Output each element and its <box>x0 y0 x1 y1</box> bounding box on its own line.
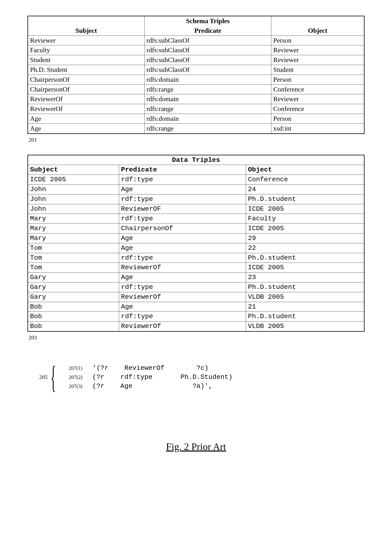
table-row: ChairpersonOfrdfs:domainPerson <box>28 75 364 85</box>
table-cell: John <box>28 184 119 194</box>
table-header-row: Subject Predicate Object <box>28 26 364 36</box>
table-cell: Mary <box>28 224 119 234</box>
col-object: Object <box>271 26 364 36</box>
table-cell: Age <box>119 302 246 312</box>
table-cell: ReviewerOf <box>119 292 246 302</box>
table-row: Maryrdf:typeFaculty <box>28 214 364 224</box>
col-predicate: Predicate <box>145 26 271 36</box>
table-row: Studentrdfs:subClassOfReviewer <box>28 55 364 65</box>
table-row: MaryAge29 <box>28 233 364 243</box>
table-cell: rdfs:subClassOf <box>145 55 271 65</box>
schema-ref-number: 201 <box>29 137 364 143</box>
table-row: Facultyrdfs:subClassOfReviewer <box>28 45 364 55</box>
table-row: JohnReviewerOFICDE 2005 <box>28 204 364 214</box>
table-cell: Ph.D.student <box>246 312 364 321</box>
data-triples-section: Data Triples Subject Predicate Object IC… <box>28 155 364 341</box>
table-cell: Gary <box>28 273 119 282</box>
col-object: Object <box>246 165 364 175</box>
table-cell: Age <box>119 233 246 243</box>
table-cell: ReviewerOf <box>119 263 246 273</box>
table-row: MaryChairpersonOfICDE 2005 <box>28 224 364 234</box>
table-cell: rdfs:subClassOf <box>145 65 271 75</box>
table-row: Tomrdf:typePh.D.student <box>28 253 364 263</box>
table-title-row: Data Triples <box>28 155 364 165</box>
data-triples-table: Data Triples Subject Predicate Object IC… <box>28 155 364 332</box>
table-cell: Age <box>28 114 145 124</box>
query-line-tag: 207(3) <box>69 383 89 389</box>
table-cell: rdfs:domain <box>145 114 271 124</box>
table-cell: ICDE 2005 <box>246 263 364 273</box>
query-line-tag: 207(2) <box>69 374 89 380</box>
table-cell: Conference <box>271 85 364 94</box>
brace-icon: { <box>51 364 56 390</box>
query-pattern-block: 205 { 207(1)'(?r ReviewerOf ?c)207(2)(?r… <box>28 364 364 390</box>
query-ref-number: 205 <box>39 374 47 380</box>
table-cell: ReviewerOf <box>28 104 145 114</box>
table-row: TomReviewerOfICDE 2005 <box>28 263 364 273</box>
query-line-text: (?r Age ?a)', <box>92 382 212 390</box>
table-cell: ICDE 2005 <box>28 175 119 185</box>
table-cell: Faculty <box>28 45 145 55</box>
table-cell: Conference <box>246 175 364 185</box>
table-cell: VLDB 2005 <box>246 321 364 332</box>
table-cell: Person <box>271 36 364 45</box>
table-row: Agerdfs:domainPerson <box>28 114 364 124</box>
schema-triples-section: Schema Triples Subject Predicate Object … <box>28 16 364 143</box>
table-cell: Bob <box>28 312 119 321</box>
table-cell: Reviewer <box>271 55 364 65</box>
table-row: Agerdfs:rangexsd:int <box>28 124 364 134</box>
query-lines: 207(1)'(?r ReviewerOf ?c)207(2)(?r rdf:t… <box>69 364 233 390</box>
table-cell: rdfs:subClassOf <box>145 45 271 55</box>
table-cell: 29 <box>246 233 364 243</box>
data-table-title: Data Triples <box>28 155 364 165</box>
col-subject: Subject <box>28 165 119 175</box>
table-cell: xsd:int <box>271 124 364 134</box>
table-row: GaryAge23 <box>28 273 364 282</box>
table-cell: Reviewer <box>28 36 145 45</box>
table-cell: Faculty <box>246 214 364 224</box>
table-cell: Ph.D. Student <box>28 65 145 75</box>
table-cell: Ph.D.student <box>246 194 364 204</box>
table-cell: ICDE 2005 <box>246 224 364 234</box>
table-cell: Bob <box>28 321 119 332</box>
table-cell: rdfs:range <box>145 104 271 114</box>
query-line: 207(1)'(?r ReviewerOf ?c) <box>69 364 233 372</box>
table-cell: Gary <box>28 282 119 292</box>
table-header-row: Subject Predicate Object <box>28 165 364 175</box>
table-cell: ChairpersonOf <box>28 75 145 85</box>
table-cell: VLDB 2005 <box>246 292 364 302</box>
table-cell: Conference <box>271 104 364 114</box>
table-cell: Age <box>119 243 246 253</box>
table-cell: Person <box>271 75 364 85</box>
col-predicate: Predicate <box>119 165 246 175</box>
table-cell: Tom <box>28 243 119 253</box>
table-cell: 21 <box>246 302 364 312</box>
table-row: GaryReviewerOfVLDB 2005 <box>28 292 364 302</box>
table-cell: Age <box>119 184 246 194</box>
table-cell: 24 <box>246 184 364 194</box>
table-cell: rdfs:domain <box>145 94 271 104</box>
table-row: TomAge22 <box>28 243 364 253</box>
table-cell: rdfs:subClassOf <box>145 36 271 45</box>
table-cell: rdfs:range <box>145 85 271 94</box>
table-row: ReviewerOfrdfs:domainReviewer <box>28 94 364 104</box>
table-cell: Person <box>271 114 364 124</box>
query-line: 207(3)(?r Age ?a)', <box>69 382 233 390</box>
query-line-text: (?r rdf:type Ph.D.Student) <box>92 373 233 381</box>
table-cell: 23 <box>246 273 364 282</box>
query-line-tag: 207(1) <box>69 365 89 371</box>
table-cell: ICDE 2005 <box>246 204 364 214</box>
table-row: BobAge21 <box>28 302 364 312</box>
table-row: Bobrdf:typePh.D.student <box>28 312 364 321</box>
table-title-row: Schema Triples <box>28 16 364 26</box>
table-cell: Bob <box>28 302 119 312</box>
table-row: JohnAge24 <box>28 184 364 194</box>
table-cell: Mary <box>28 214 119 224</box>
table-cell: John <box>28 194 119 204</box>
table-cell: rdf:type <box>119 214 246 224</box>
table-cell: John <box>28 204 119 214</box>
table-row: Ph.D. Studentrdfs:subClassOfStudent <box>28 65 364 75</box>
table-cell: Age <box>28 124 145 134</box>
table-cell: Mary <box>28 233 119 243</box>
table-cell: rdfs:range <box>145 124 271 134</box>
